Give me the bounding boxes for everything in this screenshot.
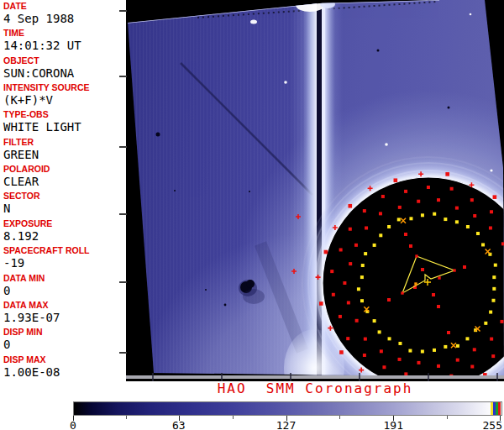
red-ring-inner-dot [349,262,352,265]
dark-spot [377,50,380,52]
yellow-ring-dot [397,218,401,221]
yellow-ring-dot [361,264,365,267]
red-ring-mid-dot [330,270,333,273]
metadata-sidebar: DATE4 Sep 1988TIME14:01:32 UTOBJECTSUN:C… [0,0,126,430]
yellow-ring-dot [444,218,447,221]
colorbar-minor-tick [339,416,340,419]
yellow-ring-dot [476,232,480,235]
polygon-vertex-dot [401,291,403,294]
red-ring-mid-dot [450,187,454,191]
yellow-ring-dot [360,275,364,279]
dark-spot [448,107,450,109]
metadata-entry: DISP MAX1.00E-08 [3,355,60,378]
colorbar-tick-label: 63 [172,419,186,430]
red-ring-inner-dot [437,198,440,202]
red-ring-mid-dot [339,315,342,318]
red-ring-mid-dot [490,210,493,213]
yellow-ring-dot [494,264,497,267]
yellow-ring-dot [481,243,485,246]
yellow-ring-dot [373,244,376,247]
red-ring-mid-dot [363,209,366,212]
red-ring-inner-dot [355,319,359,322]
red-ring-mid-dot [346,337,349,340]
dark-spot [224,304,227,307]
scatter-red-dot [421,268,424,271]
metadata-entry: DATA MAX1.93E-07 [3,301,60,323]
colorbar-tick-label: 255 [483,419,502,430]
metadata-value: 8.192 [3,230,52,242]
red-ring-inner-dot [417,361,420,364]
metadata-value: 1.00E-08 [3,366,60,378]
metadata-label: TIME [3,29,81,38]
metadata-label: SPACECRAFT ROLL [3,246,89,255]
metadata-value: 4 Sep 1988 [3,13,74,24]
red-ring-mid-dot [349,228,352,231]
image-title: HAO SMM Coronagraph [126,380,504,397]
metadata-entry: DATE4 Sep 1988 [3,2,74,24]
yellow-ring-dot [360,299,364,302]
red-ring-mid-dot [404,190,407,193]
yellow-ring-dot [433,212,436,216]
red-ring-inner-dot [380,349,383,353]
colorbar-minor-tick [126,416,127,419]
yellow-ring-dot [492,275,496,279]
red-ring-outer-dot [324,250,328,254]
red-ring-mid-dot [339,248,343,251]
red-ring-inner-dot [455,207,459,210]
metadata-entry: DISP MIN0 [3,328,42,350]
red-ring-mid-dot [363,354,366,357]
red-ring-inner-dot [437,364,440,368]
yellow-ring-dot [387,225,391,228]
yellow-ring-dot [456,344,459,348]
yellow-ring-dot [491,299,495,302]
metadata-label: SECTOR [3,191,40,201]
yellow-ring-dot [378,330,381,333]
metadata-entry: TIME14:01:32 UT [3,29,81,51]
colorbar-tick-label: 127 [276,419,296,430]
yellow-ring-dot [484,322,487,325]
red-ring-inner-dot [364,338,367,341]
red-ring-mid-dot [491,354,495,358]
yellow-ring-dot [421,213,424,217]
image-axis-tick-left [119,146,127,148]
dark-spot [205,289,207,291]
colorbar-tick-label: 191 [384,419,403,430]
red-ring-inner-dot [398,206,402,209]
metadata-value: CLEAR [3,176,50,187]
scatter-red-dot [447,331,450,334]
red-ring-inner-dot [456,359,459,362]
red-ring-inner-dot [379,212,382,215]
image-axis-tick-left [119,76,127,77]
scatter-red-dot [432,293,435,296]
metadata-entry: POLAROIDCLEAR [3,165,50,187]
scatter-red-dot [409,244,412,248]
metadata-value: SUN:CORONA [3,67,74,79]
yellow-ring-dot [455,220,459,223]
yellow-ring-dot [421,349,424,353]
yellow-ring-dot [408,349,412,353]
polygon-vertex-dot [415,254,417,257]
red-ring-inner-dot [365,226,368,229]
red-ring-inner-dot [500,320,503,323]
dark-spot [174,190,176,191]
red-ring-outer-dot [348,204,352,208]
red-ring-inner-dot [473,214,476,218]
yellow-ring-dot [489,311,492,314]
yellow-ring-dot [379,233,382,237]
yellow-ring-dot [492,287,496,291]
scatter-red-dot [463,265,466,269]
yellow-ring-dot [433,349,436,352]
colorbar-minor-tick [447,416,448,419]
white-speck [470,13,472,16]
coronagraph-image [126,0,504,381]
metadata-value: (K+F)*V [3,94,90,106]
metadata-value: 1.93E-07 [3,312,60,323]
dark-spot [156,133,160,137]
colorbar-minor-tick [233,416,234,419]
polygon-vertex-dot [438,276,440,279]
red-ring-outer-dot [339,350,344,354]
metadata-label: FILTER [3,138,39,147]
colorbar-gradient [73,401,502,416]
scatter-red-dot [404,233,407,236]
scatter-red-dot [437,305,440,308]
